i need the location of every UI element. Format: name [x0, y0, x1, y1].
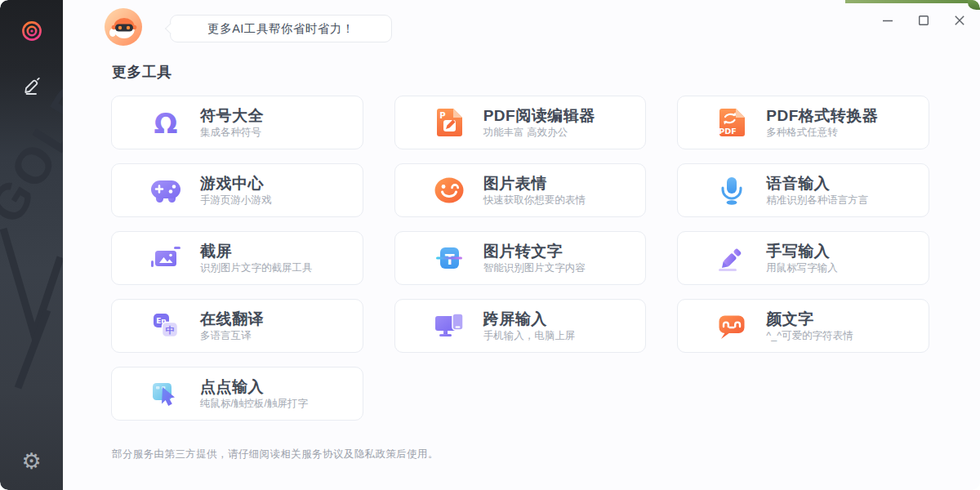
- tool-card-screenshot[interactable]: 截屏 识别图片文字的截屏工具: [111, 231, 363, 285]
- tool-card-click-input[interactable]: 点点输入 纯鼠标/触控板/触屏打字: [111, 367, 363, 421]
- svg-text:PDF: PDF: [719, 127, 737, 136]
- tool-subtitle: 快速获取你想要的表情: [483, 194, 586, 207]
- tool-subtitle: 多种格式任意转: [766, 127, 878, 139]
- tool-title: 截屏: [200, 243, 313, 260]
- desktop-corner-accent: [845, 0, 980, 3]
- translate-icon: En 中: [149, 310, 182, 342]
- tool-subtitle: 多语言互译: [200, 330, 264, 342]
- tool-subtitle: 智能识别图片文字内容: [483, 262, 586, 274]
- tool-title: PDF格式转换器: [766, 107, 878, 124]
- tool-card-voice-input[interactable]: 语音输入 精准识别各种语言方言: [677, 163, 929, 217]
- mascot-avatar[interactable]: [105, 8, 142, 46]
- window-controls: [875, 8, 972, 33]
- sidebar: GOLD ⚙: [0, 0, 63, 490]
- tool-card-symbols[interactable]: Ω 符号大全 集成各种符号: [111, 96, 363, 149]
- screenshot-icon: [149, 242, 182, 274]
- kaomoji-icon: [715, 310, 748, 342]
- gamepad-icon: [149, 174, 182, 207]
- svg-text:Ω: Ω: [154, 107, 178, 139]
- tool-card-pdf-editor[interactable]: P PDF阅读编辑器 功能丰富 高效办公: [394, 96, 647, 149]
- image-to-text-icon: T: [433, 242, 466, 274]
- tool-subtitle: 纯鼠标/触控板/触屏打字: [200, 398, 308, 410]
- tool-card-translate[interactable]: En 中 在线翻译 多语言互译: [111, 299, 363, 353]
- close-button[interactable]: [947, 8, 972, 33]
- omega-icon: Ω: [149, 106, 182, 139]
- tool-subtitle: 手游页游小游戏: [200, 194, 272, 207]
- tool-card-game-center[interactable]: 游戏中心 手游页游小游戏: [111, 163, 363, 217]
- tool-title: 点点输入: [200, 378, 308, 395]
- tools-grid: Ω 符号大全 集成各种符号 P: [111, 96, 929, 421]
- tool-title: 游戏中心: [200, 175, 272, 192]
- tool-card-image-emoji[interactable]: 图片表情 快速获取你想要的表情: [394, 163, 647, 217]
- main-panel: 更多AI工具帮你省时省力！ 更多工具 Ω: [63, 0, 980, 490]
- tool-card-kaomoji[interactable]: 颜文字 ^_^可爱的字符表情: [677, 299, 929, 353]
- microphone-icon: [715, 174, 748, 207]
- svg-text:中: 中: [166, 325, 175, 336]
- maximize-button[interactable]: [911, 8, 936, 33]
- cursor-click-icon: [149, 377, 182, 410]
- tool-card-image-to-text[interactable]: T 图片转文字 智能识别图片文字内容: [394, 231, 647, 285]
- sidebar-watermark-zigzag: [0, 212, 63, 400]
- minimize-button[interactable]: [875, 8, 900, 33]
- pdf-convert-icon: PDF: [715, 106, 748, 139]
- tool-card-pdf-converter[interactable]: PDF PDF格式转换器 多种格式任意转: [677, 96, 929, 149]
- tool-title: 图片表情: [483, 175, 586, 192]
- smiley-icon: [433, 174, 466, 207]
- tool-subtitle: 功能丰富 高效办公: [483, 127, 595, 139]
- settings-gear-icon[interactable]: ⚙: [14, 443, 50, 479]
- promo-bubble-text: 更多AI工具帮你省时省力！: [207, 21, 354, 37]
- promo-bubble: 更多AI工具帮你省时省力！: [170, 15, 392, 42]
- disclaimer-text: 部分服务由第三方提供，请仔细阅读相关服务协议及隐私政策后使用。: [112, 448, 439, 461]
- page-title: 更多工具: [112, 62, 172, 82]
- brand-logo-icon[interactable]: [14, 13, 50, 49]
- tool-title: 跨屏输入: [483, 310, 576, 327]
- tool-title: 语音输入: [766, 175, 868, 192]
- app-window: GOLD ⚙: [0, 0, 980, 490]
- tool-card-cross-screen[interactable]: 跨屏输入 手机输入，电脑上屏: [394, 299, 647, 353]
- tool-subtitle: 识别图片文字的截屏工具: [200, 262, 313, 274]
- tool-title: 手写输入: [766, 243, 838, 260]
- tool-subtitle: 精准识别各种语言方言: [766, 194, 868, 207]
- tool-subtitle: 用鼠标写字输入: [766, 262, 838, 274]
- cross-screen-icon: [433, 310, 466, 342]
- tool-subtitle: ^_^可爱的字符表情: [766, 330, 853, 342]
- tool-title: 颜文字: [766, 310, 853, 327]
- tool-title: 符号大全: [200, 107, 264, 124]
- pdf-edit-icon: P: [433, 106, 466, 139]
- tool-title: PDF阅读编辑器: [483, 107, 595, 124]
- tool-card-handwriting[interactable]: 手写输入 用鼠标写字输入: [677, 231, 929, 285]
- edit-pen-icon[interactable]: [14, 67, 50, 103]
- tool-subtitle: 集成各种符号: [200, 127, 264, 139]
- tool-title: 图片转文字: [483, 243, 586, 260]
- tool-subtitle: 手机输入，电脑上屏: [483, 330, 576, 342]
- handwriting-pen-icon: [715, 242, 748, 274]
- tool-title: 在线翻译: [200, 310, 264, 327]
- svg-text:P: P: [439, 111, 445, 120]
